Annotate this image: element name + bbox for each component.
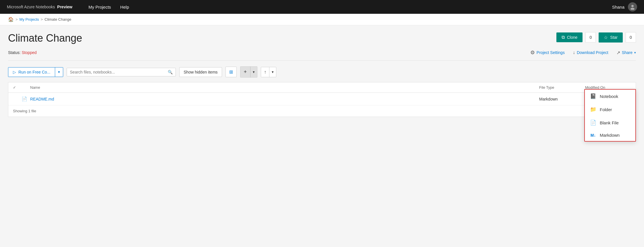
settings-icon: ⚙ (530, 49, 535, 56)
status-actions: ⚙ Project Settings ↓ Download Project ↗ … (530, 49, 636, 56)
dropdown-item-notebook[interactable]: 📓 Notebook (585, 90, 635, 103)
nav-my-projects[interactable]: My Projects (88, 5, 111, 9)
col-filetype-header: File Type (539, 85, 585, 90)
notebook-icon: 📓 (590, 93, 596, 99)
file-icon: 📄 (22, 96, 30, 102)
sort-button[interactable]: ↑ (261, 67, 269, 77)
download-project-button[interactable]: ↓ Download Project (573, 50, 608, 55)
toolbar: ▷ Run on Free Co... ▾ 🔍 Show hidden item… (8, 66, 636, 78)
file-table: ✓ Name File Type Modified On 📄 README.md… (8, 82, 636, 117)
col-name-header: Name (30, 85, 539, 90)
navbar-right: Shana (612, 2, 637, 11)
share-chevron-icon: ▾ (634, 51, 636, 55)
dropdown-label-notebook: Notebook (600, 94, 618, 99)
run-icon: ▷ (13, 70, 16, 74)
project-title: Climate Change (8, 32, 82, 44)
dropdown-label-folder: Folder (600, 107, 612, 112)
search-input[interactable] (70, 70, 165, 74)
file-link[interactable]: README.md (30, 97, 54, 101)
breadcrumb-my-projects[interactable]: My Projects (20, 17, 39, 22)
svg-point-1 (630, 8, 635, 10)
col-check: ✓ (13, 85, 22, 90)
add-icon: + (244, 69, 247, 75)
breadcrumb: 🏠 > My Projects > Climate Change (0, 14, 644, 25)
sort-icon: ↑ (264, 70, 266, 74)
user-name: Shana (612, 5, 624, 9)
table-row: 📄 README.md Markdown Jan 17, 20... (8, 93, 636, 105)
home-icon[interactable]: 🏠 (8, 17, 14, 22)
table-header: ✓ Name File Type Modified On (8, 82, 636, 93)
main-content: Climate Change ⧉ Clone 0 ☆ Star 0 Status… (0, 25, 644, 117)
search-icon: 🔍 (168, 70, 173, 74)
clone-icon: ⧉ (562, 35, 565, 40)
project-actions: ⧉ Clone 0 ☆ Star 0 (556, 32, 636, 43)
status-label: Status: (8, 50, 21, 55)
breadcrumb-current: Climate Change (45, 17, 71, 22)
sort-button-group: ↑ ▾ (261, 67, 276, 77)
add-dropdown-menu: 📓 Notebook 📁 Folder 📄 Blank File M↓ Mark… (584, 89, 636, 117)
hidden-items-label: Show hidden items (184, 70, 217, 74)
search-box: 🔍 (67, 68, 176, 76)
project-settings-button[interactable]: ⚙ Project Settings (530, 49, 565, 56)
clone-count: 0 (585, 32, 596, 43)
show-hidden-button[interactable]: Show hidden items (179, 67, 222, 77)
clone-button[interactable]: ⧉ Clone (556, 32, 583, 42)
view-icon: ⊞ (229, 69, 233, 75)
navbar: Microsoft Azure Notebooks Preview My Pro… (0, 0, 644, 14)
share-button[interactable]: ↗ Share ▾ (616, 50, 636, 55)
brand: Microsoft Azure Notebooks Preview (7, 5, 72, 9)
run-button[interactable]: ▷ Run on Free Co... (8, 67, 55, 77)
dropdown-item-folder[interactable]: 📁 Folder (585, 103, 635, 116)
nav-help[interactable]: Help (120, 5, 129, 9)
nav-links: My Projects Help (88, 5, 129, 9)
project-header: Climate Change ⧉ Clone 0 ☆ Star 0 (8, 32, 636, 44)
file-name[interactable]: README.md (30, 97, 539, 101)
status-display: Status: Stopped (8, 50, 37, 55)
star-count: 0 (626, 32, 636, 43)
svg-point-0 (631, 5, 634, 7)
status-badge: Stopped (22, 50, 36, 55)
add-button-group: + ▾ (240, 66, 258, 78)
run-button-group: ▷ Run on Free Co... ▾ (8, 67, 63, 77)
showing-count: Showing 1 file (8, 105, 636, 117)
avatar[interactable] (628, 2, 637, 11)
folder-icon: 📁 (590, 106, 596, 113)
file-type: Markdown (539, 97, 585, 101)
share-icon: ↗ (616, 50, 620, 55)
star-icon: ☆ (604, 35, 608, 40)
add-button[interactable]: + (240, 67, 250, 77)
dropdown-item-blank-file[interactable]: 📄 Blank File (585, 116, 635, 117)
view-toggle-button[interactable]: ⊞ (225, 67, 237, 77)
sort-dropdown-button[interactable]: ▾ (269, 67, 276, 77)
run-dropdown-button[interactable]: ▾ (55, 67, 63, 77)
star-button[interactable]: ☆ Star (599, 32, 623, 43)
download-icon: ↓ (573, 50, 575, 55)
status-row: Status: Stopped ⚙ Project Settings ↓ Dow… (8, 49, 636, 61)
add-dropdown-button[interactable]: ▾ (250, 67, 257, 77)
